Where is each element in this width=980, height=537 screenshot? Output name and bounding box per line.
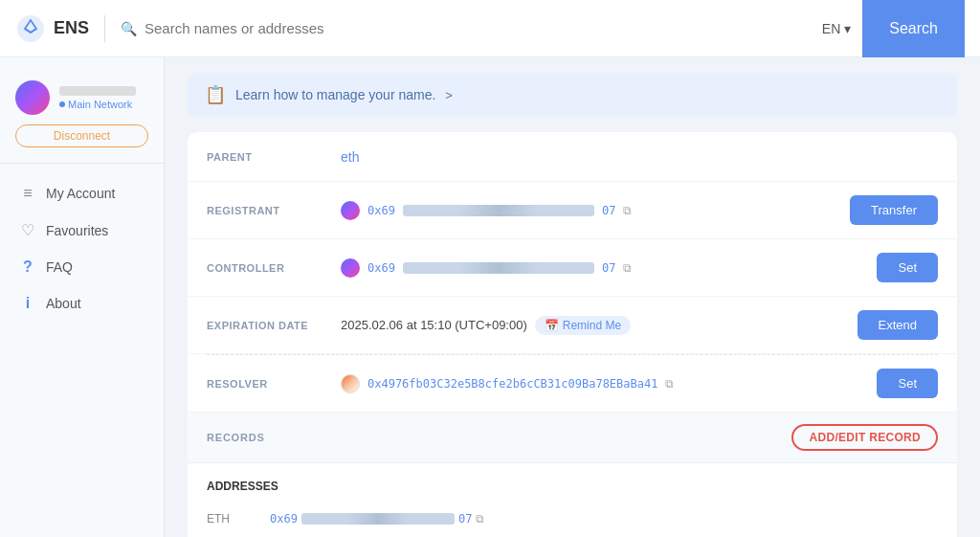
sidebar-item-favourites[interactable]: ♡ Favourites <box>0 212 164 249</box>
transfer-button[interactable]: Transfer <box>850 195 938 225</box>
expiration-value: 2025.02.06 at 15:10 (UTC+09:00) 📅 Remind… <box>341 316 858 335</box>
eth-address-value: 0x69 07 ⧉ <box>270 512 484 526</box>
resolver-value: 0x4976fb03C32e5B8cfe2b6cCB31c09Ba78EBaBa… <box>341 374 877 393</box>
main-layout: Main Network Disconnect ≡ My Account ♡ F… <box>0 57 980 537</box>
expiration-label: EXPIRATION DATE <box>207 320 341 331</box>
set-controller-button[interactable]: Set <box>877 253 938 282</box>
header: ENS 🔍 EN ▾ Search <box>0 0 980 57</box>
eth-coin-label: ETH <box>207 512 255 526</box>
info-icon: 📋 <box>205 84 226 105</box>
registrant-value: 0x69 07 ⧉ <box>341 201 850 220</box>
controller-address-start: 0x69 <box>368 261 395 275</box>
controller-avatar <box>341 258 360 278</box>
search-bar: 🔍 <box>121 20 822 36</box>
controller-row: CONTROLLER 0x69 07 ⧉ Set <box>188 239 957 297</box>
remind-label: Remind Me <box>563 319 621 332</box>
account-info: Main Network <box>59 86 136 110</box>
resolver-label: RESOLVER <box>207 378 341 390</box>
eth-address-row: ETH 0x69 07 ⧉ <box>207 507 938 530</box>
disconnect-button[interactable]: Disconnect <box>15 124 148 147</box>
addresses-title: ADDRESSES <box>207 480 278 493</box>
account-avatar-row: Main Network <box>15 80 148 115</box>
details-card: PARENT eth REGISTRANT 0x69 07 ⧉ Transfer <box>188 132 957 537</box>
remind-me-button[interactable]: 📅 Remind Me <box>535 316 631 335</box>
search-input[interactable] <box>145 20 822 36</box>
set-resolver-button[interactable]: Set <box>877 369 938 398</box>
add-edit-record-button[interactable]: ADD/EDIT RECORD <box>791 424 938 451</box>
avatar <box>15 80 50 115</box>
lang-label: EN <box>822 21 840 36</box>
registrant-copy-icon[interactable]: ⧉ <box>623 204 632 217</box>
sidebar: Main Network Disconnect ≡ My Account ♡ F… <box>0 57 165 537</box>
registrant-row: REGISTRANT 0x69 07 ⧉ Transfer <box>188 182 957 239</box>
my-account-icon: ≡ <box>19 185 36 202</box>
eth-address-blurred <box>301 513 455 525</box>
parent-label: PARENT <box>207 151 341 163</box>
sidebar-item-my-account[interactable]: ≡ My Account <box>0 175 164 212</box>
banner-arrow-icon: > <box>445 88 453 102</box>
resolver-icon <box>341 374 360 393</box>
logo-text: ENS <box>54 18 89 38</box>
sidebar-item-label: My Account <box>46 186 115 201</box>
main-content: 📋 Learn how to manage your name. > PAREN… <box>165 57 980 537</box>
addresses-header-row: ADDRESSES <box>207 475 938 507</box>
parent-row: PARENT eth <box>188 132 957 182</box>
sidebar-item-label: FAQ <box>46 259 73 275</box>
header-divider <box>104 15 105 42</box>
logo: ENS <box>15 13 89 44</box>
sidebar-nav: ≡ My Account ♡ Favourites ? FAQ i About <box>0 175 164 322</box>
about-icon: i <box>19 295 36 312</box>
btc-address-row: BTC Not set <box>207 530 938 537</box>
sidebar-item-label: About <box>46 296 81 311</box>
network-dot-icon <box>59 101 65 107</box>
eth-copy-icon[interactable]: ⧉ <box>476 512 484 526</box>
controller-value: 0x69 07 ⧉ <box>341 258 877 278</box>
search-icon: 🔍 <box>121 21 137 36</box>
controller-label: CONTROLLER <box>207 262 341 274</box>
registrant-avatar <box>341 201 360 220</box>
resolver-copy-icon[interactable]: ⧉ <box>665 377 674 391</box>
calendar-icon: 📅 <box>545 319 559 332</box>
controller-copy-icon[interactable]: ⧉ <box>623 261 632 275</box>
favourites-icon: ♡ <box>19 221 36 239</box>
registrant-address-end: 07 <box>602 204 615 217</box>
lang-selector[interactable]: EN ▾ <box>822 21 851 36</box>
expiration-row: EXPIRATION DATE 2025.02.06 at 15:10 (UTC… <box>188 297 957 354</box>
network-label: Main Network <box>59 99 136 110</box>
account-name-placeholder <box>59 86 136 96</box>
registrant-address-start: 0x69 <box>368 204 395 217</box>
sidebar-item-label: Favourites <box>46 223 108 238</box>
search-button[interactable]: Search <box>862 0 965 57</box>
controller-address-blurred <box>403 262 594 274</box>
records-header: RECORDS ADD/EDIT RECORD <box>188 413 957 463</box>
registrant-label: REGISTRANT <box>207 205 341 216</box>
resolver-address: 0x4976fb03C32e5B8cfe2b6cCB31c09Ba78EBaBa… <box>368 377 657 391</box>
extend-button[interactable]: Extend <box>858 310 938 340</box>
account-section: Main Network Disconnect <box>0 73 164 164</box>
sidebar-item-faq[interactable]: ? FAQ <box>0 249 164 285</box>
faq-icon: ? <box>19 258 36 276</box>
resolver-row: RESOLVER 0x4976fb03C32e5B8cfe2b6cCB31c09… <box>188 355 957 413</box>
parent-eth-link[interactable]: eth <box>341 149 359 165</box>
parent-value: eth <box>341 149 938 165</box>
registrant-address-blurred <box>403 205 594 216</box>
ens-logo-icon <box>15 13 46 44</box>
banner-text: Learn how to manage your name. <box>235 87 435 102</box>
info-banner: 📋 Learn how to manage your name. > <box>188 73 957 117</box>
lang-chevron-icon: ▾ <box>844 21 851 36</box>
expiration-date-text: 2025.02.06 at 15:10 (UTC+09:00) <box>341 318 527 332</box>
controller-address-end: 07 <box>602 261 615 275</box>
addresses-section: ADDRESSES ETH 0x69 07 ⧉ BTC Not set <box>188 463 957 537</box>
sidebar-item-about[interactable]: i About <box>0 285 164 322</box>
records-section-label: RECORDS <box>207 432 265 443</box>
